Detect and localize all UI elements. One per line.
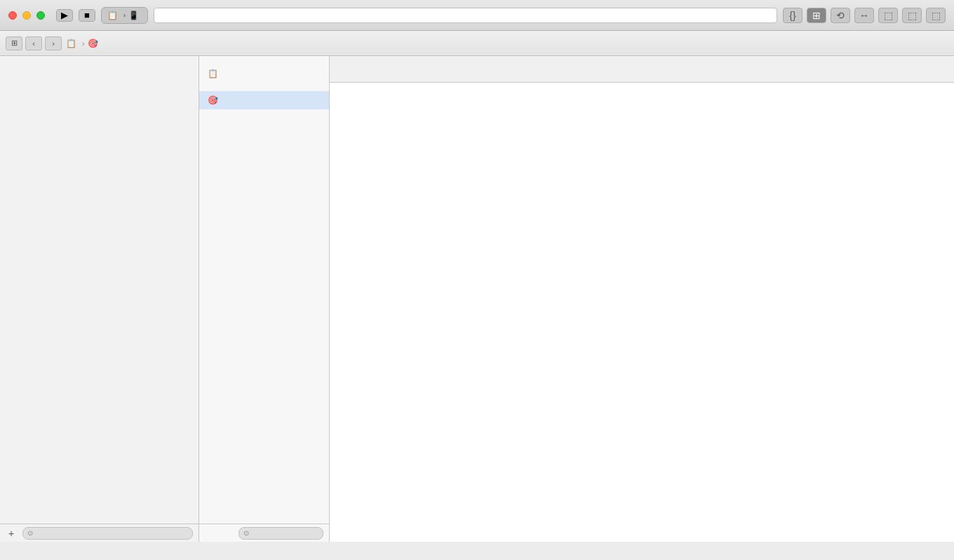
filter-icon: ⊙	[27, 529, 33, 537]
middle-panel: 📋 🎯 ⊙	[199, 56, 330, 542]
close-button[interactable]	[8, 11, 17, 20]
content-area	[330, 56, 954, 542]
layout-btn[interactable]: ⊞	[807, 8, 826, 23]
title-bar: ▶ ■ 📋 › 📱 {} ⊞ ⟲ ↔ ⬚ ⬚ ⬚	[0, 0, 954, 31]
nav-back[interactable]: ‹	[25, 36, 42, 50]
middle-add-btn[interactable]	[205, 528, 216, 539]
debug-btn[interactable]: ⬚	[902, 8, 922, 23]
secondary-toolbar: ⊞ ‹ › 📋 › 🎯	[0, 31, 954, 56]
capabilities-content	[330, 83, 954, 542]
targets-section-header	[199, 83, 329, 91]
project-section-header	[199, 56, 329, 64]
navigator-btn[interactable]: ⬚	[878, 8, 898, 23]
middle-panel-footer: ⊙	[199, 524, 329, 542]
middle-filter[interactable]: ⊙	[238, 527, 323, 540]
scheme-selector[interactable]: 📋 › 📱	[101, 7, 148, 24]
breadcrumb-icon: 📋	[66, 39, 76, 48]
breadcrumb-icon2: 🎯	[88, 39, 98, 48]
target-icon: 🎯	[208, 95, 218, 105]
sidebar-tree	[0, 56, 199, 524]
maximize-button[interactable]	[36, 11, 45, 20]
run-button[interactable]: ▶	[56, 9, 73, 22]
chevron-icon: ›	[123, 12, 126, 19]
back-forward-btn[interactable]: ↔	[854, 8, 874, 23]
traffic-lights	[8, 11, 45, 20]
sidebar-add-btn[interactable]: +	[6, 528, 17, 539]
tab-bar	[330, 56, 954, 83]
nav-controls: ⊞ ‹ ›	[6, 36, 62, 50]
scheme-icon: 📋	[107, 11, 118, 20]
inspector-btn[interactable]: ⬚	[926, 8, 946, 23]
sidebar-filter[interactable]: ⊙	[22, 527, 193, 540]
breadcrumb-sep: ›	[82, 39, 85, 48]
main-layout: + ⊙ 📋 🎯 ⊙	[0, 56, 954, 542]
stop-button[interactable]: ■	[79, 9, 95, 22]
middle-filter-icon: ⊙	[243, 529, 249, 537]
nav-forward[interactable]: ›	[45, 36, 62, 50]
breadcrumb: 📋 › 🎯	[66, 39, 101, 48]
authors-btn[interactable]: ⟲	[831, 8, 850, 23]
sidebar-footer: + ⊙	[0, 524, 199, 542]
project-item[interactable]: 📋	[199, 64, 329, 83]
sidebar: + ⊙	[0, 56, 199, 542]
minimize-button[interactable]	[22, 11, 31, 20]
toolbar-actions: {} ⊞ ⟲ ↔ ⬚ ⬚ ⬚	[783, 8, 946, 23]
project-icon: 📋	[208, 69, 218, 78]
target-item[interactable]: 🎯	[199, 91, 329, 109]
middle-remove-btn[interactable]	[222, 528, 233, 539]
status-bar-display	[154, 8, 777, 23]
device-icon: 📱	[128, 11, 139, 20]
code-view-btn[interactable]: {}	[783, 8, 802, 23]
nav-grid[interactable]: ⊞	[6, 36, 22, 50]
